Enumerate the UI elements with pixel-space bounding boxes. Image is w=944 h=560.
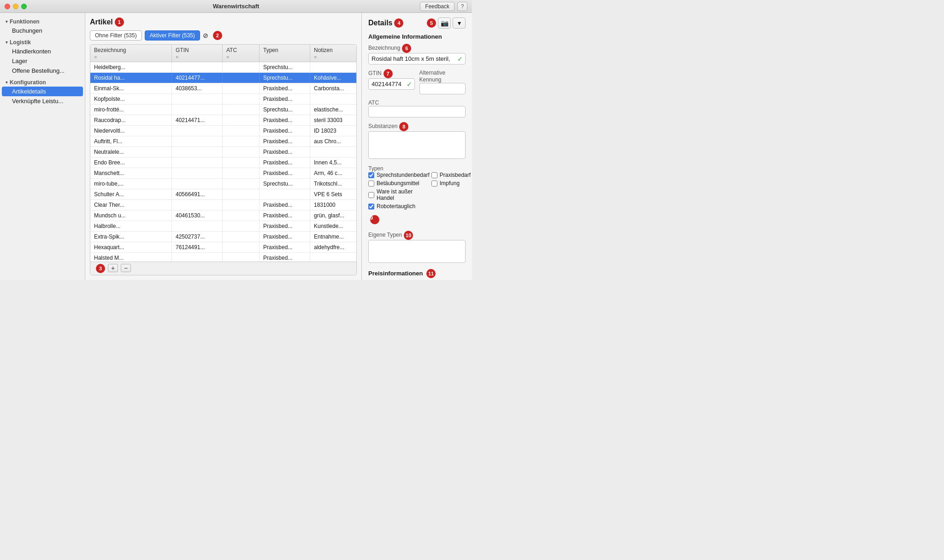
titlebar: Warenwirtschaft Feedback ?: [0, 0, 472, 13]
typen-field-group: Typen Sprechstundenbedarf Praxisbedarf B…: [368, 165, 466, 226]
add-article-button[interactable]: +: [108, 264, 118, 272]
alt-kennung-input[interactable]: [419, 83, 466, 94]
alt-kennung-input-wrap: [419, 83, 466, 94]
maximize-button[interactable]: [21, 4, 27, 9]
sidebar-item-buchungen[interactable]: Buchungen: [2, 26, 83, 35]
table-cell: Kunstlede...: [310, 221, 356, 231]
table-cell: [223, 168, 260, 178]
filter-without-button[interactable]: Ohne Filter (535): [90, 30, 142, 41]
ware-checkbox[interactable]: [368, 192, 374, 198]
eigene-typen-label: Eigene Typen: [368, 232, 402, 238]
table-cell: Neutralele...: [90, 147, 172, 157]
col-typen: Typen: [260, 45, 310, 62]
chevron-down-button[interactable]: ▾: [453, 18, 466, 29]
camera-button[interactable]: 📷: [438, 18, 451, 29]
table-cell: Schulter A...: [90, 189, 172, 199]
substanzen-input[interactable]: [368, 131, 466, 159]
article-panel-header: Artikel 1: [90, 18, 357, 27]
table-cell: Sprechstu...: [260, 179, 310, 189]
table-cell: [172, 136, 223, 146]
table-cell: Endo Bree...: [90, 158, 172, 168]
sidebar-item-offene-bestellung[interactable]: Offene Bestellung...: [2, 66, 83, 76]
badge-10: 10: [404, 231, 413, 240]
table-cell: Extra-Spik...: [90, 232, 172, 242]
sidebar-item-artikeldetails[interactable]: Artikeldetails: [2, 87, 83, 96]
gtin-label: GTIN: [368, 70, 382, 76]
table-row[interactable]: Hexaquart...76124491...Praxisbed...aldeh…: [90, 242, 356, 253]
table-cell: [223, 189, 260, 199]
table-row[interactable]: Auftritt, Fl...Praxisbed...aus Chro...: [90, 136, 356, 147]
sidebar-item-haendlerkonten[interactable]: Händlerkonten: [2, 47, 83, 56]
praxisbedarf-checkbox[interactable]: [431, 172, 437, 178]
atc-input[interactable]: [368, 106, 466, 117]
typen-checkboxes: Sprechstundenbedarf Praxisbedarf Betäubu…: [368, 172, 466, 210]
article-panel: Artikel 1 Ohne Filter (535) Aktiver Filt…: [85, 13, 362, 280]
table-cell: 42502737...: [172, 232, 223, 242]
checkbox-sprechstunden: Sprechstundenbedarf: [368, 172, 430, 178]
table-cell: [172, 158, 223, 168]
checkbox-impfung: Impfung: [431, 180, 471, 187]
table-body: Heidelberg...Sprechstu...Rosidal ha...40…: [90, 62, 356, 262]
sprechstunden-checkbox[interactable]: [368, 172, 374, 178]
table-cell: [223, 221, 260, 231]
atc-input-wrap: [368, 106, 466, 117]
atc-field-group: ATC: [368, 99, 466, 117]
table-cell: 40566491...: [172, 189, 223, 199]
table-row[interactable]: Heidelberg...Sprechstu...: [90, 62, 356, 73]
table-cell: [172, 168, 223, 178]
table-cell: Praxisbed...: [260, 126, 310, 136]
filter-active-button[interactable]: Aktiver Filter (535): [145, 30, 200, 41]
sidebar-item-lager[interactable]: Lager: [2, 56, 83, 66]
close-button[interactable]: [5, 4, 10, 9]
table-row[interactable]: Halbrolle...Praxisbed...Kunstlede...: [90, 221, 356, 232]
checkbox-ware: Ware ist außer Handel: [368, 188, 430, 201]
table-row[interactable]: Mundsch u...40461530...Praxisbed...grün,…: [90, 210, 356, 221]
betaeubungsmittel-checkbox[interactable]: [368, 181, 374, 187]
table-row[interactable]: Halsted M...Praxisbed...: [90, 253, 356, 262]
table-row[interactable]: Kopfpolste...Praxisbed...: [90, 94, 356, 105]
sidebar-item-verknuepfte[interactable]: Verknüpfte Leistu...: [2, 96, 83, 106]
table-cell: Sprechstu...: [260, 105, 310, 115]
table-cell: [223, 126, 260, 136]
table-row[interactable]: Extra-Spik...42502737...Praxisbed...Entn…: [90, 232, 356, 242]
bezeichnung-input[interactable]: [368, 53, 466, 64]
table-cell: [172, 221, 223, 231]
filter-icon[interactable]: ⊘: [203, 32, 208, 39]
table-row[interactable]: miro-frotté...Sprechstu...elastische...: [90, 105, 356, 115]
table-row[interactable]: Schulter A...40566491...VPE 6 Sets: [90, 189, 356, 200]
table-cell: [223, 136, 260, 146]
eigene-typen-input[interactable]: [368, 240, 466, 263]
impfung-label: Impfung: [440, 180, 460, 187]
table-row[interactable]: miro-tube,...Sprechstu...Trikotschl...: [90, 179, 356, 189]
checkbox-praxisbedarf: Praxisbedarf: [431, 172, 471, 178]
table-row[interactable]: Raucodrap...40214471...Praxisbed...steri…: [90, 115, 356, 126]
ware-label: Ware ist außer Handel: [377, 188, 430, 201]
table-cell: [172, 94, 223, 104]
impfung-checkbox[interactable]: [431, 181, 437, 187]
table-cell: [223, 253, 260, 262]
table-row[interactable]: Manschett...Praxisbed...Arm, 46 c...: [90, 168, 356, 179]
feedback-button[interactable]: Feedback: [420, 2, 454, 11]
gtin-valid-icon: ✓: [407, 81, 412, 88]
remove-article-button[interactable]: −: [121, 264, 131, 272]
table-row[interactable]: Einmal-Sk...4038653...Praxisbed...Carbon…: [90, 83, 356, 94]
table-cell: [310, 94, 356, 104]
article-panel-title: Artikel: [90, 18, 113, 26]
details-panel: Details 4 5 📷 ▾ Allgemeine Informationen: [362, 13, 472, 280]
table-cell: [172, 62, 223, 72]
col-atc: ATC ○: [223, 45, 260, 62]
help-button[interactable]: ?: [457, 2, 467, 11]
table-row[interactable]: Rosidal ha...40214477...Sprechstu...Kohä…: [90, 73, 356, 83]
table-row[interactable]: Endo Bree...Praxisbed...Innen 4,5...: [90, 158, 356, 168]
table-cell: [172, 200, 223, 210]
details-title: Details: [368, 19, 392, 27]
table-cell: aldehydfre...: [310, 242, 356, 252]
table-row[interactable]: Niedervoltl...Praxisbed...ID 18023: [90, 126, 356, 136]
robot-checkbox[interactable]: [368, 204, 374, 210]
table-row[interactable]: Neutralele...Praxisbed...: [90, 147, 356, 158]
camera-icon: 📷: [441, 19, 448, 27]
table-cell: [223, 94, 260, 104]
table-cell: steril 33003: [310, 115, 356, 125]
minimize-button[interactable]: [13, 4, 18, 9]
table-row[interactable]: Clear Ther...Praxisbed...1831000: [90, 200, 356, 210]
